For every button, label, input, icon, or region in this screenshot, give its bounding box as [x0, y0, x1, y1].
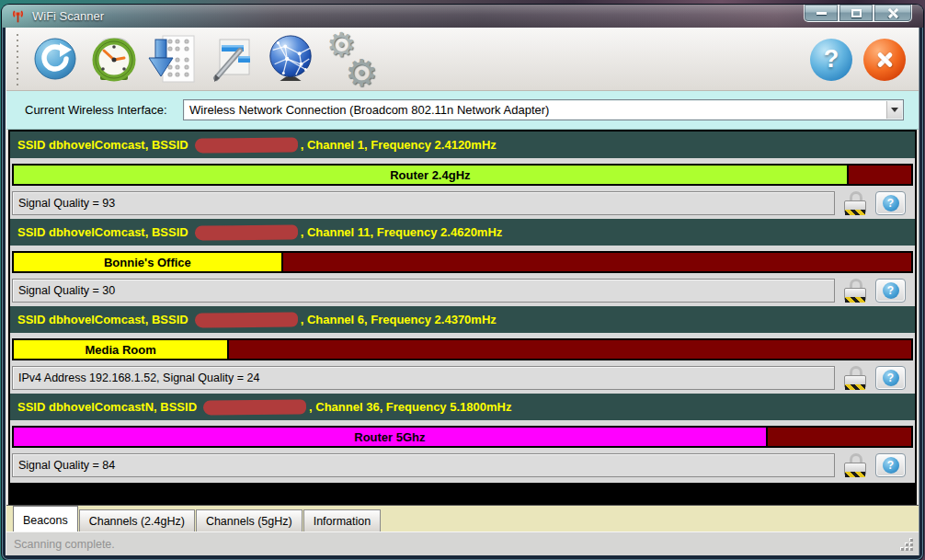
- signal-quality-row: Signal Quality = 30 ?: [12, 278, 906, 303]
- beacon-header: SSID dbhovelComcast, BSSID , Channel 6, …: [10, 306, 915, 333]
- status-text: Scanning complete.: [14, 538, 115, 551]
- interface-dropdown-value: Wireless Network Connection (Broadcom 80…: [184, 103, 549, 117]
- network-globe-icon: [266, 33, 315, 85]
- close-icon: [887, 7, 899, 19]
- signal-quality-text: Signal Quality = 84: [12, 453, 835, 477]
- exit-x-icon: [875, 51, 894, 69]
- signal-quality-text: Signal Quality = 93: [12, 191, 835, 215]
- beacon-header: SSID dbhovelComcast, BSSID , Channel 11,…: [10, 219, 915, 246]
- status-bar: Scanning complete.: [6, 531, 919, 555]
- question-mark-icon: ?: [883, 195, 899, 211]
- question-mark-icon: ?: [824, 45, 839, 74]
- beacon-header: SSID dbhovelComcast, BSSID , Channel 1, …: [10, 131, 915, 158]
- beacon-help-button[interactable]: ?: [875, 191, 906, 215]
- caption-buttons: [804, 5, 912, 22]
- scan-timer-clock-icon: [89, 34, 139, 84]
- tab-information[interactable]: Information: [303, 509, 382, 531]
- beacon-detail-text: , Channel 11, Frequency 2.4620mHz: [301, 225, 503, 239]
- beacon-help-button[interactable]: ?: [875, 366, 906, 390]
- download-results-button[interactable]: [148, 33, 198, 85]
- lock-icon: [844, 279, 868, 303]
- window-title: WiFi Scanner: [32, 9, 104, 23]
- maximize-icon: [851, 9, 862, 17]
- refresh-button[interactable]: [30, 33, 80, 85]
- beacon-list-panel: SSID dbhovelComcast, BSSID , Channel 1, …: [8, 130, 917, 505]
- resize-grip[interactable]: [900, 538, 913, 551]
- signal-quality-text: IPv4 Address 192.168.1.52, Signal Qualit…: [12, 366, 835, 390]
- download-results-icon: [148, 34, 198, 84]
- settings-gears-icon-small: ⚙: [345, 54, 378, 91]
- tab-channels-24ghz[interactable]: Channels (2.4gHz): [79, 509, 195, 531]
- beacon-name-label: Bonnie's Office: [104, 256, 191, 269]
- interface-dropdown[interactable]: Wireless Network Connection (Broadcom 80…: [183, 99, 904, 120]
- dropdown-arrow-button[interactable]: [886, 101, 902, 119]
- network-globe-button[interactable]: [266, 33, 315, 85]
- toolbar: ⚙ ⚙ ?: [6, 28, 919, 91]
- wifi-antenna-icon: [10, 8, 26, 24]
- signal-quality-row: Signal Quality = 93 ?: [12, 190, 906, 215]
- signal-quality-row: Signal Quality = 84 ?: [12, 452, 906, 477]
- signal-strength-bar: Router 5Ghz: [12, 426, 913, 448]
- lock-icon: [844, 191, 868, 215]
- beacon-ssid-text: SSID dbhovelComcast, BSSID: [17, 225, 188, 239]
- beacon-ssid-text: SSID dbhovelComcast, BSSID: [17, 138, 188, 152]
- signal-strength-bar: Router 2.4gHz: [12, 164, 913, 186]
- interface-bar: Current Wireless Interface: Wireless Net…: [6, 91, 919, 130]
- signal-strength-bar: Bonnie's Office: [12, 251, 913, 273]
- beacon-name-label: Media Room: [85, 343, 155, 357]
- signal-strength-fill: Router 2.4gHz: [14, 166, 849, 184]
- signal-strength-bar: Media Room: [12, 338, 913, 360]
- beacon-panel-footer: [10, 483, 915, 503]
- beacon-name-label: Router 2.4gHz: [390, 168, 470, 182]
- exit-button[interactable]: [863, 39, 906, 81]
- close-button[interactable]: [874, 5, 912, 22]
- interface-label: Current Wireless Interface:: [25, 103, 183, 117]
- beacon-ssid-text: SSID dbhovelComcastN, BSSID: [17, 400, 197, 414]
- minimize-icon: [817, 12, 827, 15]
- bssid-redaction: [195, 312, 298, 327]
- chevron-down-icon: [891, 108, 898, 112]
- tab-channels-5ghz[interactable]: Channels (5gHz): [196, 509, 303, 531]
- beacon-help-button[interactable]: ?: [875, 279, 906, 303]
- lock-icon: [844, 366, 868, 390]
- signal-strength-fill: Media Room: [14, 340, 229, 359]
- maximize-button[interactable]: [839, 5, 874, 22]
- beacon-detail-text: , Channel 6, Frequency 2.4370mHz: [301, 313, 497, 326]
- bssid-redaction: [195, 137, 298, 153]
- toolbar-grip[interactable]: [16, 32, 19, 86]
- help-button[interactable]: ?: [810, 39, 852, 81]
- window-client-area: ⚙ ⚙ ? Current Wireless Interface: Wirele…: [6, 28, 919, 555]
- beacon-ssid-text: SSID dbhovelComcast, BSSID: [17, 313, 188, 326]
- edit-log-icon: [207, 34, 257, 84]
- beacon-name-label: Router 5Ghz: [354, 430, 425, 444]
- beacon-detail-text: , Channel 1, Frequency 2.4120mHz: [301, 138, 497, 152]
- beacon-help-button[interactable]: ?: [875, 453, 906, 477]
- refresh-icon: [32, 36, 78, 82]
- wifi-scanner-window: WiFi Scanner: [2, 5, 923, 560]
- lock-icon: [844, 453, 868, 477]
- bssid-redaction: [195, 224, 298, 240]
- minimize-button[interactable]: [804, 5, 839, 22]
- beacon-header: SSID dbhovelComcastN, BSSID , Channel 36…: [10, 394, 915, 420]
- tab-beacons[interactable]: Beacons: [13, 506, 78, 531]
- signal-quality-text: Signal Quality = 30: [12, 279, 835, 303]
- edit-log-button[interactable]: [207, 33, 257, 85]
- beacon-detail-text: , Channel 36, Frequency 5.1800mHz: [309, 400, 511, 414]
- question-mark-icon: ?: [883, 457, 899, 474]
- window-bottom-border: [2, 555, 923, 560]
- signal-strength-fill: Router 5Ghz: [14, 428, 768, 446]
- bssid-redaction: [203, 399, 306, 415]
- signal-quality-row: IPv4 Address 192.168.1.52, Signal Qualit…: [12, 365, 906, 390]
- signal-strength-fill: Bonnie's Office: [14, 253, 283, 271]
- scan-timer-button[interactable]: [89, 33, 139, 85]
- question-mark-icon: ?: [883, 370, 899, 386]
- question-mark-icon: ?: [883, 282, 899, 299]
- settings-button[interactable]: ⚙ ⚙: [325, 32, 378, 86]
- tab-strip: Beacons Channels (2.4gHz) Channels (5gHz…: [6, 505, 919, 531]
- title-bar[interactable]: WiFi Scanner: [2, 5, 923, 28]
